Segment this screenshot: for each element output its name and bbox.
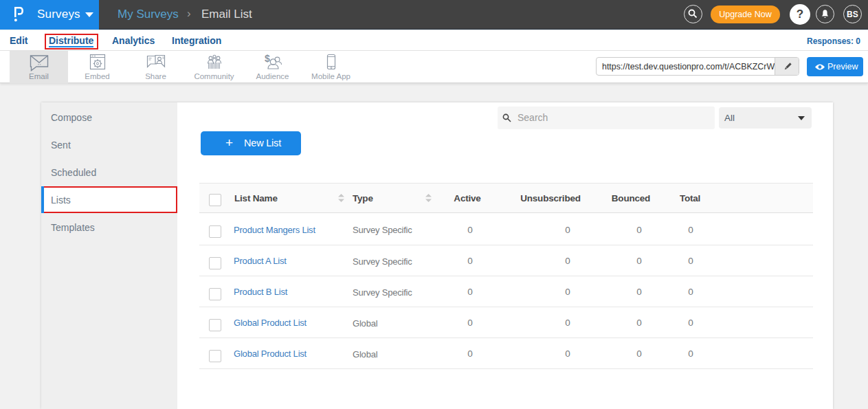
svg-text:$: $ xyxy=(265,54,270,64)
